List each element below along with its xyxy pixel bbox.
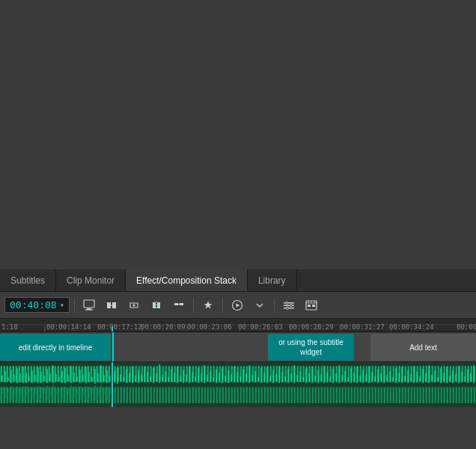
svg-rect-106 [186,374,187,382]
svg-rect-145 [302,377,304,382]
settings-button[interactable] [279,296,299,315]
svg-rect-73 [85,367,87,383]
split-icon [150,299,162,311]
svg-rect-131 [260,368,262,383]
timecode-display[interactable]: 00:40:08 ▾ [4,297,70,313]
svg-point-11 [290,304,292,306]
extract-icon [106,299,118,311]
clip-subtitle-widget[interactable]: or using the subtitle widget [268,334,354,361]
svg-rect-0 [84,300,94,308]
svg-text:1:18: 1:18 [1,323,18,331]
svg-rect-194 [449,376,451,382]
svg-rect-175 [392,377,394,382]
split-button[interactable] [147,296,166,315]
svg-rect-177 [398,373,400,382]
svg-rect-45 [1,376,3,382]
svg-rect-61 [49,373,51,382]
subtitle-track: edit directly in timeline or using the s… [0,332,476,362]
svg-rect-113 [207,375,208,382]
overwrite-icon [128,299,140,311]
svg-rect-239 [109,388,111,394]
tab-effect-composition[interactable]: Effect/Composition Stack [126,269,248,291]
svg-rect-63 [55,374,57,382]
tab-subtitles[interactable]: Subtitles [0,269,56,291]
svg-rect-160 [347,377,349,382]
svg-rect-195 [452,370,454,383]
svg-rect-109 [195,376,196,382]
svg-rect-228 [76,388,78,394]
svg-rect-233 [91,388,93,393]
svg-rect-146 [305,368,307,383]
separator-1 [74,298,75,313]
svg-rect-123 [237,372,238,382]
svg-rect-77 [97,373,99,382]
extract-button[interactable] [102,296,121,315]
timecode-value: 00:40:08 [10,299,57,311]
svg-rect-69 [73,373,75,382]
svg-rect-68 [70,366,72,383]
subtitle-tool-button[interactable] [302,296,321,315]
svg-rect-48 [10,370,12,383]
svg-rect-231 [85,386,87,403]
svg-rect-169 [374,376,376,382]
svg-rect-157 [338,365,340,383]
svg-rect-153 [326,372,328,382]
svg-rect-98 [162,375,163,382]
play-chevron-button[interactable] [250,296,269,315]
play-icon [231,299,243,311]
svg-rect-141 [290,373,292,382]
preview-area [0,0,476,269]
overwrite-button[interactable] [124,296,144,315]
svg-rect-236 [100,385,102,403]
clip-edit-timeline[interactable]: edit directly in timeline [0,334,111,361]
svg-rect-203 [1,388,3,394]
svg-rect-94 [150,376,151,382]
svg-rect-124 [239,376,241,382]
svg-rect-134 [269,376,271,382]
svg-rect-95 [153,368,154,383]
svg-rect-100 [168,377,169,382]
svg-rect-18 [308,305,311,307]
svg-rect-137 [278,366,280,383]
timecode-chevron: ▾ [60,301,64,309]
svg-rect-234 [94,385,96,400]
separator-3 [222,298,223,313]
svg-rect-62 [52,365,54,383]
tab-library[interactable]: Library [248,269,297,291]
svg-rect-116 [216,370,217,383]
svg-rect-199 [464,376,466,382]
star-icon [202,299,214,311]
svg-rect-72 [82,374,84,382]
svg-rect-126 [245,373,247,382]
svg-rect-108 [192,372,193,382]
tab-clip-monitor[interactable]: Clip Monitor [56,269,126,291]
svg-rect-90 [138,370,139,383]
play-button[interactable] [228,296,247,315]
svg-rect-103 [177,367,178,383]
svg-rect-93 [147,372,148,382]
favorite-button[interactable] [198,296,218,315]
svg-point-12 [286,307,288,309]
svg-rect-152 [323,366,325,383]
svg-rect-67 [67,375,69,382]
svg-rect-51 [19,373,21,382]
svg-rect-91 [141,374,142,382]
svg-rect-190 [437,377,439,382]
more-options-button[interactable] [169,296,189,315]
svg-text:00:00:17:12: 00:00:17:12 [97,323,142,331]
svg-rect-188 [431,375,433,382]
svg-rect-120 [228,370,229,383]
svg-rect-53 [25,373,27,383]
monitor-icon [83,299,95,311]
monitor-button[interactable] [79,296,99,315]
svg-rect-59 [43,376,45,382]
svg-rect-66 [64,368,66,383]
svg-rect-118 [222,367,223,383]
timeline-ruler: 1:18 00:00:14:14 00:00:17:12 00:00:20:09… [0,319,476,332]
svg-rect-49 [13,374,15,382]
svg-rect-192 [443,373,445,382]
svg-rect-212 [28,388,30,393]
svg-rect-216 [40,387,42,398]
clip-add-text[interactable]: Add text [370,334,476,361]
svg-rect-230 [82,388,84,395]
